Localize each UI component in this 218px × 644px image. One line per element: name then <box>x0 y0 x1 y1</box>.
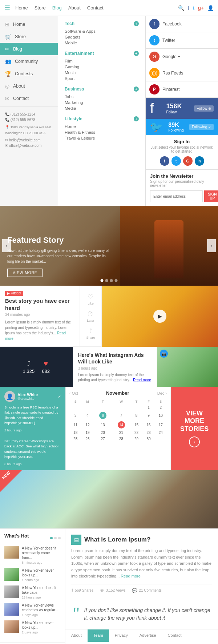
facebook-row[interactable]: f Facebook <box>146 16 218 32</box>
share-action[interactable]: ⤴ Share <box>86 327 95 339</box>
tab-advertise[interactable]: Advertise <box>134 629 162 642</box>
tab-contact[interactable]: Contact <box>162 629 187 642</box>
dot-3[interactable] <box>110 279 113 282</box>
film-link[interactable]: Film <box>65 58 139 64</box>
carousel-dots <box>101 279 118 282</box>
sidebar-label-community: Community <box>15 59 38 64</box>
view-more-arrow[interactable]: › <box>189 436 200 447</box>
sidebar-item-blog[interactable]: ✏ Blog <box>0 43 58 55</box>
dot-1[interactable] <box>101 279 104 282</box>
newsletter-input[interactable] <box>150 190 203 202</box>
nav-about[interactable]: About <box>68 5 81 11</box>
like-action[interactable]: ♡ Like <box>88 293 94 305</box>
tweet-name: Alex White <box>17 393 38 397</box>
sport-link[interactable]: Sport <box>65 76 139 81</box>
clock-icon: ⏱ <box>87 310 94 318</box>
article-read-more[interactable]: Read more <box>121 574 140 578</box>
dot-2[interactable] <box>105 279 108 282</box>
nav-blog[interactable]: Blog <box>52 5 62 11</box>
gadgets-link[interactable]: Gadgets <box>65 34 139 40</box>
carousel-left-arrow[interactable]: ‹ <box>2 239 11 252</box>
facebook-follow-button[interactable]: Follow ⊕ <box>194 105 214 112</box>
rss-row[interactable]: )))) Rss Feeds <box>146 65 218 81</box>
dropdown-area: ⊞ Home 🛒 Store ✏ Blog 👥 Community 🏆 Cont… <box>0 16 218 206</box>
lower-section: What's Hot A New Yorker doesn't necessar… <box>0 528 218 644</box>
signin-google[interactable]: G <box>183 156 193 166</box>
google-row[interactable]: G Google + <box>146 49 218 65</box>
nav-store[interactable]: Store <box>35 5 46 11</box>
right-col: ▤ What is Lorem Ipsum? Lorem ipsum is si… <box>65 528 218 644</box>
tech-plus[interactable]: + <box>134 21 139 26</box>
music-link[interactable]: Music <box>65 70 139 76</box>
pinterest-row[interactable]: P Pinterest <box>146 81 218 98</box>
newsletter-box: Join the Newsletter Sign up for our pers… <box>146 170 218 206</box>
tab-team[interactable]: Team <box>88 629 109 642</box>
view-more-line3: STORIES <box>180 425 209 433</box>
nav-home[interactable]: Home <box>15 5 28 11</box>
sidebar-label-contact: Contact <box>13 96 29 101</box>
likes-count: 682 <box>42 369 50 374</box>
hot-thumb-5 <box>4 620 19 633</box>
calendar-prev[interactable]: ‹ Oct <box>69 391 78 395</box>
marketing-link[interactable]: Marketing <box>65 100 139 105</box>
camera-read-more[interactable]: Read more <box>133 378 151 382</box>
software-apps-link[interactable]: Software & Apps <box>65 28 139 34</box>
camera-image: 📷 <box>157 347 218 387</box>
dot-4[interactable] <box>115 279 118 282</box>
twitter-card: 🐦 89K Following Following ✓ <box>146 119 218 135</box>
twitter-count: 89K <box>168 122 183 128</box>
sidebar-item-home[interactable]: ⊞ Home <box>0 18 58 31</box>
tab-about[interactable]: About <box>65 629 88 642</box>
signin-twitter[interactable]: t <box>171 156 181 166</box>
sidebar-label-store: Store <box>15 34 26 39</box>
signin-linkedin[interactable]: in <box>195 156 204 166</box>
jobs-link[interactable]: Jobs <box>65 94 139 100</box>
gaming-link[interactable]: Gaming <box>65 64 139 70</box>
gplus-nav-icon[interactable]: g+ <box>198 5 204 11</box>
heart-icon: ♡ <box>88 293 93 301</box>
play-button[interactable]: ▶ <box>153 310 166 323</box>
mobile-link[interactable]: Mobile <box>65 40 139 46</box>
later-action[interactable]: ⏱ Later <box>87 310 94 322</box>
read-more-link[interactable]: Read more <box>5 331 66 341</box>
biz-plus[interactable]: + <box>134 86 139 92</box>
featured-text: Now that the holiday gift-giving time is… <box>7 248 113 264</box>
signin-facebook[interactable]: f <box>160 156 169 166</box>
calendar-next[interactable]: Dec › <box>157 391 167 395</box>
facebook-nav-icon[interactable]: f <box>188 5 189 11</box>
life-plus[interactable]: + <box>134 116 139 121</box>
carousel-right-arrow[interactable]: › <box>207 239 216 252</box>
health-link[interactable]: Health & Fitness <box>65 129 139 135</box>
media-link[interactable]: Media <box>65 105 139 111</box>
views-stat: 👁 3,152 Views <box>100 588 125 593</box>
ent-plus[interactable]: + <box>134 51 139 56</box>
home-icon: ⊞ <box>5 21 9 27</box>
article-stats: ⤴ 569 Shares 👁 3,152 Views 💬 21 Comments <box>71 584 212 593</box>
view-more-stories[interactable]: VIEW MORE STORIES › <box>171 387 218 470</box>
sidebar-item-contact[interactable]: ✉ Contact <box>0 92 58 105</box>
dark-stats-card: ⤴ 1,325 ♥ 682 <box>0 347 73 387</box>
sidebar-item-community[interactable]: 👥 Community <box>0 55 58 68</box>
sidebar-item-about[interactable]: ◎ About <box>0 80 58 92</box>
twitter-nav-icon[interactable]: t <box>193 5 194 11</box>
hamburger-icon[interactable]: ☰ <box>4 4 10 12</box>
card-time: 34 minutes ago <box>5 313 74 317</box>
signin-title: Sign In <box>150 139 214 144</box>
user-nav-icon[interactable]: 👤 <box>207 5 214 11</box>
facebook-stat: 156K Follow <box>166 102 182 114</box>
home-link[interactable]: Home <box>65 124 139 129</box>
footer-tabs: About Team Privacy Advertise Contact 👩 A… <box>65 629 218 644</box>
nav-contact[interactable]: Contact <box>87 5 104 11</box>
card-tag: ▶ VIDEO <box>5 291 74 296</box>
travel-link[interactable]: Travel & Leisure <box>65 135 139 141</box>
search-icon[interactable]: 🔍 <box>178 5 184 11</box>
google-label: Google + <box>162 54 214 59</box>
sidebar-item-store[interactable]: 🛒 Store <box>0 31 58 43</box>
twitter-stat: 89K Following <box>168 122 183 132</box>
tab-privacy[interactable]: Privacy <box>109 629 134 642</box>
lifestyle-title: Lifestyle <box>65 116 82 121</box>
twitter-row[interactable]: t Twitter <box>146 32 218 49</box>
sidebar-item-contests[interactable]: 🏆 Contests <box>0 68 58 80</box>
newsletter-button[interactable]: SIGN UP <box>204 190 218 202</box>
view-more-button[interactable]: VIEW MORE <box>7 269 43 277</box>
